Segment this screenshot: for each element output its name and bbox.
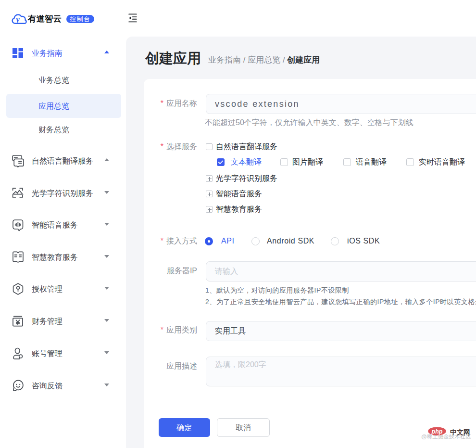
svg-text:php: php [431, 428, 443, 435]
svg-text:y: y [15, 15, 20, 24]
